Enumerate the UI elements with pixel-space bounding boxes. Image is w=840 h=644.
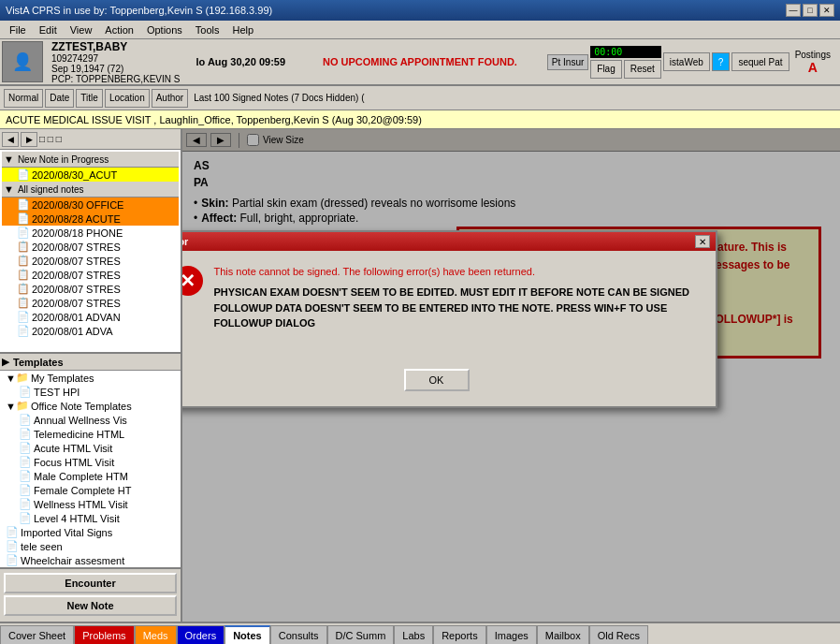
new-note-button[interactable]: New Note: [4, 595, 177, 616]
appointment-status: NO UPCOMING APPOINTMENT FOUND.: [296, 41, 544, 82]
wheelchair-item[interactable]: 📄 Wheelchair assesment: [0, 553, 181, 567]
tree-item-label: 2020/08/28 ACUTE: [32, 213, 121, 225]
template-child-7[interactable]: 📄 Wellness HTML Visit: [0, 497, 181, 511]
ok-button[interactable]: OK: [404, 369, 470, 391]
location-button[interactable]: Location: [105, 89, 150, 108]
template-child-5[interactable]: 📄 Male Complete HTM: [0, 469, 181, 483]
tree-item-signed-2[interactable]: 📄 2020/08/28 ACUTE: [2, 212, 179, 226]
my-templates-item[interactable]: ▼ 📁 My Templates: [0, 371, 181, 385]
patient-name: ZZTEST,BABY: [51, 40, 180, 53]
tree-item-signed-8[interactable]: 📋 2020/08/07 STRES: [2, 296, 179, 310]
tree-item-signed-3[interactable]: 📄 2020/08/18 PHONE: [2, 226, 179, 240]
tab-notes[interactable]: Notes: [224, 625, 270, 644]
template-child-label-3: Acute HTML Visit: [34, 443, 112, 454]
tree-item-new-note[interactable]: 📄 2020/08/30_ACUT: [2, 168, 179, 182]
dialog-overlay: Error ✕ ✕ This note cannot be signed. Th…: [182, 129, 840, 622]
dialog-close-button[interactable]: ✕: [695, 235, 710, 248]
section-new-note-progress[interactable]: ▼ New Note in Progress: [2, 152, 179, 168]
my-templates-label: My Templates: [31, 373, 94, 384]
tele-seen-item[interactable]: 📄 tele seen: [0, 539, 181, 553]
patient-header: 👤 ZZTEST,BABY 109274297 Sep 19,1947 (72)…: [0, 39, 840, 86]
left-panel-nav-prev[interactable]: ◀: [2, 132, 19, 147]
close-button[interactable]: ✕: [819, 4, 834, 17]
tree-item-label: 2020/08/07 STRES: [32, 242, 121, 253]
imported-vital-signs-item[interactable]: 📄 Imported Vital Signs: [0, 525, 181, 539]
help-button[interactable]: ?: [712, 52, 731, 71]
tree-item-signed-10[interactable]: 📄 2020/08/01 ADVA: [2, 324, 179, 338]
menu-help[interactable]: Help: [227, 23, 260, 37]
tab-consults[interactable]: Consults: [270, 625, 327, 644]
office-note-templates-item[interactable]: ▼ 📁 Office Note Templates: [0, 399, 181, 413]
menu-bar: File Edit View Action Options Tools Help: [0, 21, 840, 39]
templates-header[interactable]: ▶ Templates: [0, 354, 181, 371]
template-child-label-7: Wellness HTML Visit: [34, 499, 128, 510]
dialog-text: This note cannot be signed. The followin…: [214, 266, 701, 331]
reset-button[interactable]: Reset: [624, 60, 661, 79]
template-child-6[interactable]: 📄 Female Complete HT: [0, 483, 181, 497]
section-all-signed-notes[interactable]: ▼ All signed notes: [2, 182, 179, 198]
note-icon: 📄: [17, 198, 30, 211]
tab-mailbox[interactable]: Mailbox: [537, 625, 589, 644]
last100-label: Last 100 Signed Notes (7 Docs Hidden) (: [190, 93, 368, 103]
pt-insur-label[interactable]: Pt Insur: [547, 54, 588, 70]
author-button[interactable]: Author: [152, 89, 188, 108]
template-child-3[interactable]: 📄 Acute HTML Visit: [0, 441, 181, 455]
flag-button[interactable]: Flag: [590, 60, 621, 79]
menu-view[interactable]: View: [65, 23, 98, 37]
note-icon: 📄: [17, 168, 30, 181]
tab-meds[interactable]: Meds: [135, 625, 177, 644]
sequel-pat-button[interactable]: sequel Pat: [731, 52, 789, 71]
test-hpi-item[interactable]: 📄 TEST HPI: [0, 385, 181, 399]
template-child-label-6: Female Complete HT: [34, 485, 132, 496]
left-panel-toolbar: ◀ ▶ □ □ □: [0, 129, 181, 150]
menu-action[interactable]: Action: [99, 23, 139, 37]
doc-icon: 📄: [19, 456, 32, 468]
title-button[interactable]: Title: [76, 89, 103, 108]
tree-item-signed-5[interactable]: 📋 2020/08/07 STRES: [2, 254, 179, 268]
template-child-2[interactable]: 📄 Telemedicine HTML: [0, 427, 181, 441]
template-child-4[interactable]: 📄 Focus HTML Visit: [0, 455, 181, 469]
note-icon: 📄: [17, 311, 30, 323]
tree-item-signed-1[interactable]: 📄 2020/08/30 OFFICE: [2, 198, 179, 212]
menu-edit[interactable]: Edit: [34, 23, 63, 37]
template-child-1[interactable]: 📄 Annual Wellness Vis: [0, 413, 181, 427]
tab-dc-summ[interactable]: D/C Summ: [327, 625, 395, 644]
tab-cover-sheet[interactable]: Cover Sheet: [0, 625, 74, 644]
left-panel-nav-next[interactable]: ▶: [21, 132, 37, 147]
template-child-8[interactable]: 📄 Level 4 HTML Visit: [0, 511, 181, 525]
doc-icon: 📄: [6, 540, 19, 552]
tab-images[interactable]: Images: [486, 625, 537, 644]
note-icon: 📋: [17, 269, 30, 281]
note-icon: 📄: [17, 325, 30, 337]
tree-item-signed-9[interactable]: 📄 2020/08/01 ADVAN: [2, 310, 179, 324]
tree-item-signed-4[interactable]: 📋 2020/08/07 STRES: [2, 240, 179, 254]
tree-item-signed-6[interactable]: 📋 2020/08/07 STRES: [2, 268, 179, 282]
maximize-button[interactable]: □: [803, 4, 818, 17]
left-panel-tabs: □ □ □: [39, 134, 62, 144]
tab-labs[interactable]: Labs: [394, 625, 433, 644]
doc-icon: 📄: [19, 512, 32, 524]
tree-item-signed-7[interactable]: 📋 2020/08/07 STRES: [2, 282, 179, 296]
tree-area[interactable]: ▼ New Note in Progress 📄 2020/08/30_ACUT…: [0, 150, 181, 352]
doc-icon: 📄: [6, 554, 19, 566]
tab-problems[interactable]: Problems: [74, 625, 134, 644]
folder-icon2: 📁: [16, 400, 29, 412]
tab-old-recs[interactable]: Old Recs: [589, 625, 648, 644]
menu-file[interactable]: File: [4, 23, 32, 37]
left-panel-bottom: Encounter New Note: [0, 567, 181, 622]
date-button[interactable]: Date: [45, 89, 74, 108]
office-note-templates-label: Office Note Templates: [31, 401, 132, 412]
menu-options[interactable]: Options: [141, 23, 188, 37]
normal-button[interactable]: Normal: [4, 89, 43, 108]
vista-web-button[interactable]: istaWeb: [663, 52, 710, 71]
title-bar-controls: — □ ✕: [786, 4, 834, 17]
expand-icon2: ▼: [6, 401, 16, 412]
section-toggle-icon: ▼: [4, 154, 14, 165]
tab-reports[interactable]: Reports: [433, 625, 486, 644]
encounter-button[interactable]: Encounter: [4, 573, 177, 593]
tree-item-label: 2020/08/07 STRES: [32, 270, 121, 281]
minimize-button[interactable]: —: [786, 4, 801, 17]
menu-tools[interactable]: Tools: [190, 23, 225, 37]
tab-orders[interactable]: Orders: [177, 625, 225, 644]
tree-item-label: 2020/08/01 ADVAN: [32, 312, 121, 323]
